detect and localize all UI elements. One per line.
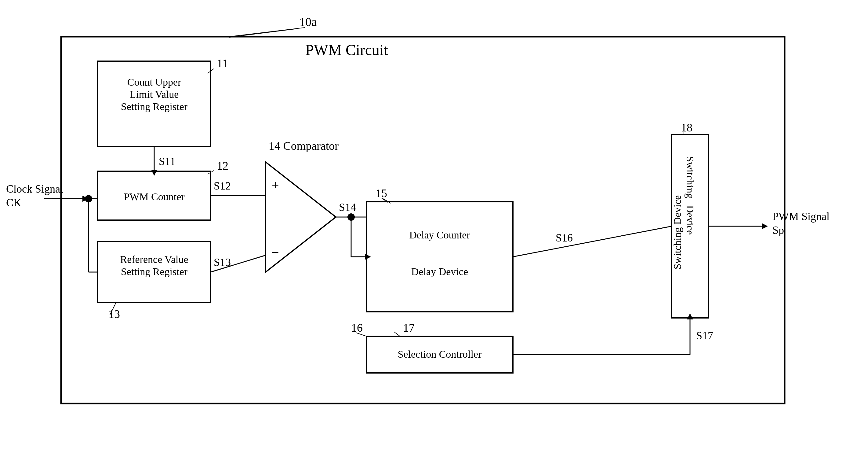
block-18-text: Switching — [684, 156, 696, 198]
signal-s14: S14 — [339, 201, 356, 213]
ref-16: 16 — [351, 321, 363, 334]
ref-11: 11 — [217, 57, 228, 70]
block-13-text: Reference Value — [120, 254, 188, 265]
switching-device-label: Switching Device — [672, 195, 683, 269]
pwm-signal-label: PWM Signal — [772, 210, 830, 223]
ref-12: 12 — [217, 159, 228, 172]
signal-s16: S16 — [556, 232, 573, 244]
sp-label: Sp — [772, 224, 784, 236]
ref-15: 15 — [375, 187, 387, 200]
clock-signal-label: Clock Signal — [6, 183, 63, 195]
comparator-plus: + — [272, 178, 279, 192]
signal-s17: S17 — [696, 330, 713, 342]
label-10a: 10a — [299, 15, 317, 29]
block-18-text-2: Device — [684, 205, 696, 235]
svg-text:Limit Value: Limit Value — [130, 89, 179, 100]
ref-17: 17 — [403, 321, 414, 334]
svg-rect-12 — [366, 202, 513, 312]
pwm-circuit-label: PWM Circuit — [305, 41, 388, 58]
ref-18: 18 — [681, 121, 692, 134]
block-11-text: Count Upper — [127, 77, 181, 88]
svg-text:Setting Register: Setting Register — [121, 266, 188, 277]
signal-s11: S11 — [159, 155, 176, 168]
diagram-container: 10a PWM Circuit Count Upper Limit Value … — [0, 0, 868, 457]
circuit-diagram: 10a PWM Circuit Count Upper Limit Value … — [0, 0, 868, 457]
ck-label: CK — [6, 197, 21, 209]
block-15-text-1: Delay Counter — [409, 229, 470, 240]
block-12-text: PWM Counter — [124, 191, 185, 202]
svg-text:Setting Register: Setting Register — [121, 101, 188, 112]
block-17-text: Selection Controller — [398, 348, 482, 360]
ref-14: 14 Comparator — [269, 139, 339, 152]
block-15-text-2: Delay Device — [411, 266, 468, 277]
signal-s12: S12 — [214, 180, 231, 192]
comparator-minus: − — [272, 246, 279, 259]
signal-s13: S13 — [214, 256, 231, 268]
